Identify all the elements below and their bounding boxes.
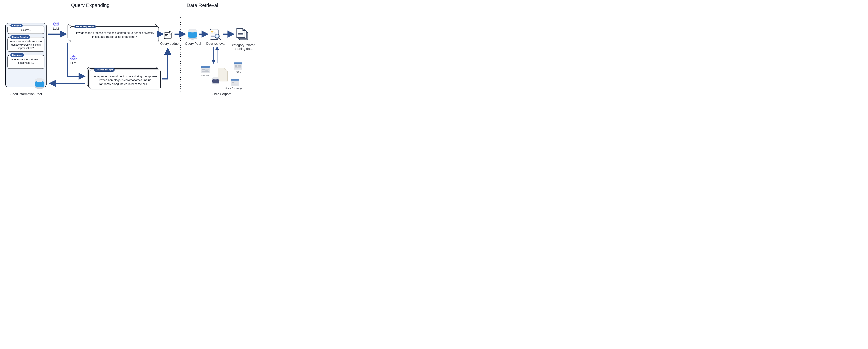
generated-thought-label: Generted Thought (94, 68, 115, 72)
corpus-stackexchange-label: Stack Exchange (225, 87, 242, 90)
generated-question-card: Generted Question How does the process o… (70, 26, 159, 42)
svg-point-17 (72, 58, 73, 59)
svg-point-39 (188, 34, 197, 38)
query-dedup-caption: Query dedup (160, 42, 179, 45)
seed-card-related-question: Related Question How does meiosis enhanc… (7, 37, 44, 52)
corpus-arxiv-icon (234, 62, 243, 70)
seed-card-label: Category (10, 24, 23, 27)
seed-card-keywords: Key words Independent assortment，metapha… (7, 55, 44, 69)
svg-rect-62 (235, 65, 238, 67)
svg-rect-19 (70, 58, 71, 59)
svg-point-14 (73, 55, 74, 56)
generated-thought-card: Generted Thought Independent assortment … (90, 70, 161, 90)
svg-line-32 (172, 31, 172, 32)
svg-point-40 (188, 29, 197, 32)
llm-label-top: LLM (53, 27, 59, 31)
llm-label-mid: LLM (70, 61, 76, 65)
svg-rect-56 (202, 69, 205, 70)
public-corpora-caption: Public Corpora (208, 92, 234, 96)
seed-card-text: Independent assortment，metaphase I ... (11, 58, 41, 64)
svg-point-5 (35, 84, 44, 87)
seed-card-text: How does meiosis enhance genetic diversi… (10, 40, 41, 49)
svg-point-10 (55, 23, 56, 24)
corpus-wikipedia-icon (201, 66, 210, 73)
seed-card-category: Category biology ... (7, 26, 44, 34)
corpus-wikipedia-label: Wikipedia (200, 74, 210, 77)
svg-point-77 (212, 81, 219, 83)
data-retrieval-icon (209, 28, 221, 41)
svg-point-49 (216, 35, 218, 37)
seed-pool-caption: Seed information Pool (7, 92, 45, 96)
section-title-query-expanding: Query Expanding (71, 2, 110, 8)
seed-card-label: Key words (10, 53, 24, 57)
svg-point-11 (57, 23, 58, 24)
query-pool-caption: Query Pool (184, 42, 202, 45)
robot-icon (70, 54, 77, 61)
svg-rect-20 (76, 58, 77, 59)
svg-line-50 (219, 38, 220, 39)
generated-question-text: How does the process of meiosis contribu… (73, 31, 155, 39)
generated-question-label: Generted Question (74, 25, 96, 28)
robot-icon (53, 20, 60, 27)
svg-rect-67 (231, 79, 239, 80)
data-retrieval-caption: Data retrieval (205, 42, 226, 45)
svg-point-18 (74, 58, 75, 59)
query-pool-database-icon (187, 28, 198, 40)
section-title-data-retrieval: Data Retrieval (187, 2, 218, 8)
svg-point-78 (212, 77, 219, 79)
svg-rect-42 (211, 31, 213, 32)
corpus-database-icon (212, 77, 220, 85)
svg-rect-61 (234, 63, 242, 64)
svg-line-30 (169, 31, 170, 32)
generated-thought-text: Independent assortment occurs during met… (93, 74, 157, 86)
svg-rect-55 (201, 66, 210, 68)
corpus-stackexchange-icon (230, 78, 240, 86)
svg-line-31 (172, 34, 172, 34)
seed-pool-database-icon (34, 78, 45, 90)
seed-card-text: biology ... (21, 29, 31, 31)
arrow-thought-to-dedup (162, 49, 168, 79)
diagram-canvas: Query Expanding Data Retrieval Category … (0, 0, 274, 110)
seed-card-label: Related Question (10, 35, 30, 39)
svg-rect-12 (53, 23, 54, 25)
svg-rect-13 (59, 23, 59, 25)
output-documents-icon (236, 27, 250, 42)
output-caption: category-related training data (230, 43, 257, 51)
svg-point-7 (56, 21, 57, 22)
svg-rect-68 (232, 82, 234, 83)
svg-point-6 (35, 78, 44, 82)
corpus-arxiv-label: ArXiv (236, 71, 241, 73)
svg-point-25 (170, 32, 172, 34)
query-dedup-icon (163, 30, 173, 40)
